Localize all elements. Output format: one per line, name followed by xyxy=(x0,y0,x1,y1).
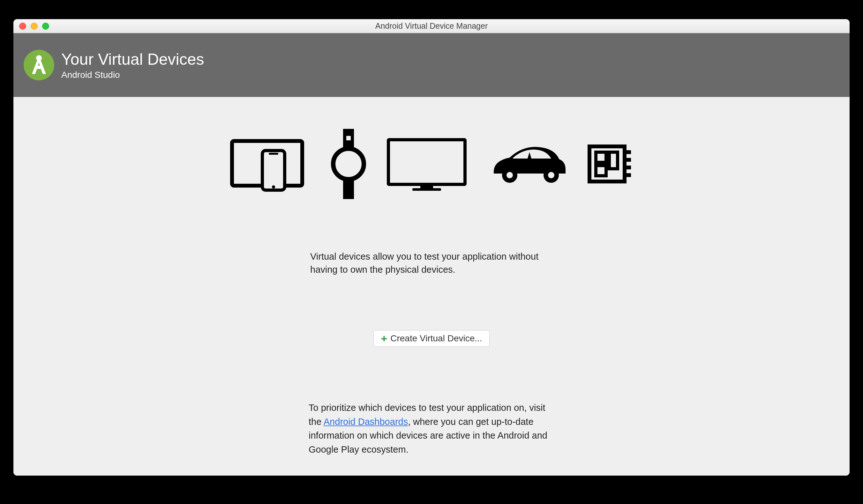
device-type-illustration xyxy=(229,129,634,199)
watch-icon xyxy=(331,129,366,199)
window-controls xyxy=(19,23,49,30)
svg-point-0 xyxy=(24,50,54,80)
android-studio-logo-icon xyxy=(23,49,55,81)
page-header: Your Virtual Devices Android Studio xyxy=(13,33,850,97)
header-text-block: Your Virtual Devices Android Studio xyxy=(61,50,204,80)
svg-rect-3 xyxy=(262,151,285,190)
titlebar: Android Virtual Device Manager xyxy=(13,19,850,33)
svg-point-1 xyxy=(36,55,42,61)
minimize-window-button[interactable] xyxy=(30,23,38,30)
button-wrap: + Create Virtual Device... xyxy=(373,330,489,347)
create-button-label: Create Virtual Device... xyxy=(390,333,482,343)
svg-rect-24 xyxy=(625,173,631,177)
things-chip-icon xyxy=(586,143,634,185)
svg-rect-21 xyxy=(625,150,631,154)
plus-icon: + xyxy=(381,333,387,344)
svg-rect-7 xyxy=(343,180,354,199)
app-window: Android Virtual Device Manager Your Virt… xyxy=(13,19,850,476)
svg-rect-4 xyxy=(269,153,278,155)
svg-rect-19 xyxy=(609,152,617,169)
tv-icon xyxy=(385,135,468,193)
svg-rect-20 xyxy=(596,166,606,176)
svg-rect-23 xyxy=(625,166,631,169)
maximize-window-button[interactable] xyxy=(42,23,49,30)
svg-point-5 xyxy=(272,185,275,189)
window-title: Android Virtual Device Manager xyxy=(18,21,845,30)
create-virtual-device-button[interactable]: + Create Virtual Device... xyxy=(373,330,489,347)
page-subtitle: Android Studio xyxy=(61,70,204,80)
car-icon xyxy=(487,143,567,185)
svg-rect-11 xyxy=(420,184,433,188)
content-area: Virtual devices allow you to test your a… xyxy=(13,97,850,476)
page-title: Your Virtual Devices xyxy=(61,50,204,68)
phone-tablet-icon xyxy=(229,135,312,193)
svg-rect-22 xyxy=(625,158,631,162)
svg-point-16 xyxy=(548,172,554,178)
svg-point-8 xyxy=(333,149,364,179)
svg-rect-18 xyxy=(596,152,606,162)
android-dashboards-link[interactable]: Android Dashboards xyxy=(324,417,408,427)
svg-point-14 xyxy=(506,172,513,178)
svg-rect-9 xyxy=(346,136,351,140)
description-text: Virtual devices allow you to test your a… xyxy=(310,250,553,276)
footer-help-text: To prioritize which devices to test your… xyxy=(309,401,554,456)
close-window-button[interactable] xyxy=(19,23,26,30)
svg-rect-10 xyxy=(388,140,465,184)
svg-rect-12 xyxy=(412,188,441,191)
